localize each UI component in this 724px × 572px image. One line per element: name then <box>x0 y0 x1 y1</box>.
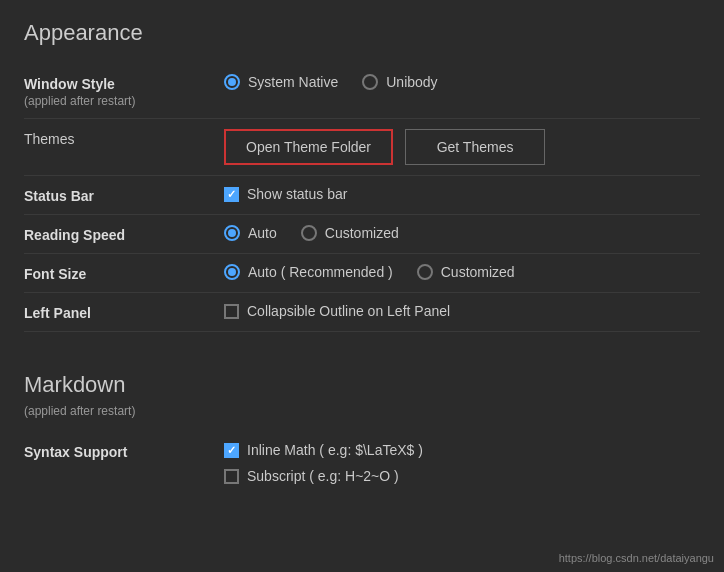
markdown-title: Markdown <box>24 372 700 398</box>
inline-math-checkbox[interactable] <box>224 443 239 458</box>
radio-unibody[interactable]: Unibody <box>362 74 437 90</box>
collapsible-outline-label: Collapsible Outline on Left Panel <box>247 303 450 319</box>
left-panel-row: Left Panel Collapsible Outline on Left P… <box>24 293 700 332</box>
collapsible-outline-checkbox[interactable] <box>224 304 239 319</box>
window-style-sublabel: (applied after restart) <box>24 94 224 108</box>
radio-customized-speed-circle <box>301 225 317 241</box>
status-bar-content: Show status bar <box>224 186 700 202</box>
inline-math-option[interactable]: Inline Math ( e.g: $\LaTeX$ ) <box>224 442 423 458</box>
appearance-title: Appearance <box>24 20 700 46</box>
reading-speed-label: Reading Speed <box>24 225 224 243</box>
themes-content: Open Theme Folder Get Themes <box>224 129 700 165</box>
syntax-support-row: Syntax Support Inline Math ( e.g: $\LaTe… <box>24 432 700 494</box>
font-size-row: Font Size Auto ( Recommended ) Customize… <box>24 254 700 293</box>
radio-customized-font-circle <box>417 264 433 280</box>
collapsible-outline-option[interactable]: Collapsible Outline on Left Panel <box>224 303 450 319</box>
radio-customized-font-label: Customized <box>441 264 515 280</box>
syntax-support-content: Inline Math ( e.g: $\LaTeX$ ) Subscript … <box>224 442 700 484</box>
markdown-sublabel: (applied after restart) <box>24 404 700 418</box>
radio-auto-recommended-label: Auto ( Recommended ) <box>248 264 393 280</box>
radio-auto[interactable]: Auto <box>224 225 277 241</box>
subscript-option[interactable]: Subscript ( e.g: H~2~O ) <box>224 468 399 484</box>
radio-auto-circle <box>224 225 240 241</box>
radio-auto-recommended[interactable]: Auto ( Recommended ) <box>224 264 393 280</box>
radio-system-native-circle <box>224 74 240 90</box>
themes-label: Themes <box>24 129 224 147</box>
markdown-section: Markdown (applied after restart) Syntax … <box>24 372 700 494</box>
radio-customized-speed[interactable]: Customized <box>301 225 399 241</box>
radio-unibody-label: Unibody <box>386 74 437 90</box>
status-bar-label: Status Bar <box>24 186 224 204</box>
show-status-bar-option[interactable]: Show status bar <box>224 186 347 202</box>
radio-system-native[interactable]: System Native <box>224 74 338 90</box>
radio-customized-font[interactable]: Customized <box>417 264 515 280</box>
subscript-label: Subscript ( e.g: H~2~O ) <box>247 468 399 484</box>
get-themes-button[interactable]: Get Themes <box>405 129 545 165</box>
radio-auto-label: Auto <box>248 225 277 241</box>
themes-buttons: Open Theme Folder Get Themes <box>224 129 545 165</box>
show-status-bar-label: Show status bar <box>247 186 347 202</box>
inline-math-label: Inline Math ( e.g: $\LaTeX$ ) <box>247 442 423 458</box>
syntax-support-label: Syntax Support <box>24 442 224 460</box>
font-size-label: Font Size <box>24 264 224 282</box>
window-style-label: Window Style <box>24 76 224 92</box>
watermark-text: https://blog.csdn.net/dataiyangu <box>559 552 714 564</box>
show-status-bar-checkbox[interactable] <box>224 187 239 202</box>
font-size-options: Auto ( Recommended ) Customized <box>224 264 700 280</box>
radio-customized-speed-label: Customized <box>325 225 399 241</box>
status-bar-row: Status Bar Show status bar <box>24 176 700 215</box>
left-panel-label: Left Panel <box>24 303 224 321</box>
section-divider <box>24 332 700 352</box>
open-theme-folder-button[interactable]: Open Theme Folder <box>224 129 393 165</box>
themes-row: Themes Open Theme Folder Get Themes <box>24 119 700 176</box>
subscript-checkbox[interactable] <box>224 469 239 484</box>
radio-unibody-circle <box>362 74 378 90</box>
reading-speed-row: Reading Speed Auto Customized <box>24 215 700 254</box>
window-style-options: System Native Unibody <box>224 74 700 90</box>
reading-speed-options: Auto Customized <box>224 225 700 241</box>
left-panel-content: Collapsible Outline on Left Panel <box>224 303 700 319</box>
window-style-row: Window Style (applied after restart) Sys… <box>24 64 700 119</box>
radio-system-native-label: System Native <box>248 74 338 90</box>
radio-auto-recommended-circle <box>224 264 240 280</box>
window-style-label-group: Window Style (applied after restart) <box>24 74 224 108</box>
